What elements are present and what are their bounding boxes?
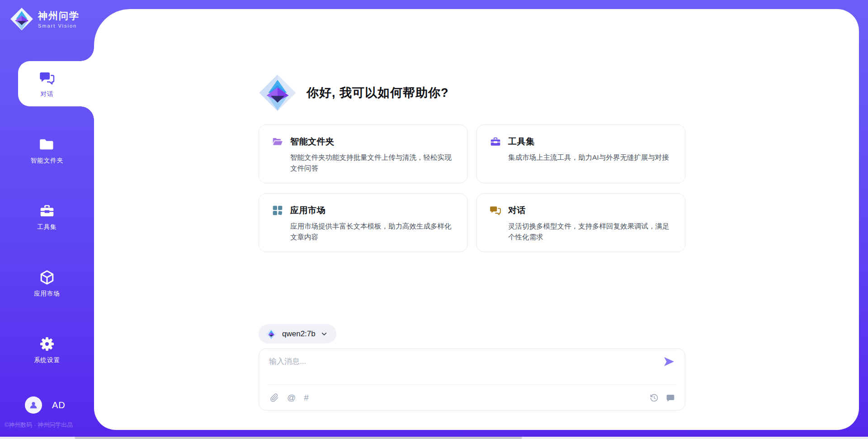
gear-icon xyxy=(39,336,55,352)
tab-fillet-bottom xyxy=(80,106,94,120)
model-selector[interactable]: qwen2:7b xyxy=(259,324,336,344)
sidebar-item-app-market[interactable]: 应用市场 xyxy=(0,261,94,306)
user-name: AD xyxy=(52,400,66,410)
sidebar: 神州问学 Smart Vision 对话 智能文件夹 xyxy=(0,0,94,439)
folder-open-icon xyxy=(272,136,283,148)
attach-button[interactable] xyxy=(270,393,279,402)
sidebar-item-toolset[interactable]: 工具集 xyxy=(0,194,94,239)
mention-button[interactable]: @ xyxy=(287,393,296,403)
history-icon xyxy=(650,393,659,402)
tab-fillet-top xyxy=(80,48,94,61)
chat-icon xyxy=(39,70,55,86)
composer-divider xyxy=(268,384,676,385)
sidebar-item-label: 对话 xyxy=(41,90,54,98)
greeting-title: 你好, 我可以如何帮助你? xyxy=(307,85,449,101)
card-title: 工具集 xyxy=(508,136,535,148)
active-tab-background xyxy=(18,61,94,106)
card-toolset[interactable]: 工具集 集成市场上主流工具，助力AI与外界无缝扩展与对接 xyxy=(476,124,685,183)
brand-logo-icon xyxy=(10,7,33,31)
history-button[interactable] xyxy=(650,393,659,402)
scrollbar-thumb[interactable] xyxy=(75,437,522,439)
message-composer: @ # xyxy=(259,348,685,410)
paperclip-icon xyxy=(270,393,279,402)
avatar xyxy=(25,396,42,414)
horizontal-scrollbar[interactable] xyxy=(0,437,868,439)
hashtag-button[interactable]: # xyxy=(304,393,309,403)
card-title: 对话 xyxy=(508,205,526,216)
send-icon xyxy=(663,355,675,368)
brand-subtitle: Smart Vision xyxy=(38,23,80,29)
toolbox-icon xyxy=(490,136,501,148)
chat-icon xyxy=(490,205,501,216)
chevron-down-icon xyxy=(321,331,327,337)
sidebar-item-smart-folder[interactable]: 智能文件夹 xyxy=(0,128,94,173)
copyright-text: ©神州数码 · 神州问学出品 xyxy=(5,421,73,429)
folder-icon xyxy=(39,136,55,153)
chat-bubble-icon xyxy=(666,393,675,402)
card-chat[interactable]: 对话 灵活切换多模型文件，支持多样回复效果调试，满足个性化需求 xyxy=(476,193,685,252)
greeting-block: 你好, 我可以如何帮助你? xyxy=(259,74,449,112)
card-description: 灵活切换多模型文件，支持多样回复效果调试，满足个性化需求 xyxy=(508,221,673,243)
model-name: qwen2:7b xyxy=(282,329,316,339)
toolbox-icon xyxy=(39,203,55,219)
sidebar-nav: 对话 智能文件夹 工具集 应用市场 xyxy=(0,61,94,394)
sidebar-item-label: 工具集 xyxy=(37,223,57,231)
sidebar-item-chat[interactable]: 对话 xyxy=(0,61,94,106)
card-description: 智能文件夹功能支持批量文件上传与清洗，轻松实现文件问答 xyxy=(290,152,455,174)
main-panel: 你好, 我可以如何帮助你? 智能文件夹 智能文件夹功能支持批量文件上传与清洗，轻… xyxy=(94,9,859,430)
card-smart-folder[interactable]: 智能文件夹 智能文件夹功能支持批量文件上传与清洗，轻松实现文件问答 xyxy=(259,124,467,183)
sidebar-item-label: 智能文件夹 xyxy=(31,157,64,165)
card-title: 智能文件夹 xyxy=(290,136,335,148)
sidebar-item-label: 应用市场 xyxy=(34,290,60,298)
brand-name: 神州问学 xyxy=(38,10,80,22)
grid-icon xyxy=(272,205,283,216)
sidebar-item-label: 系统设置 xyxy=(34,356,60,364)
card-description: 集成市场上主流工具，助力AI与外界无缝扩展与对接 xyxy=(508,152,673,163)
sidebar-item-settings[interactable]: 系统设置 xyxy=(0,327,94,372)
feature-cards: 智能文件夹 智能文件夹功能支持批量文件上传与清洗，轻松实现文件问答 工具集 集成… xyxy=(259,124,685,252)
app-logo-icon xyxy=(259,74,297,112)
send-button[interactable] xyxy=(662,355,676,369)
chat-history-button[interactable] xyxy=(666,393,675,402)
message-input[interactable] xyxy=(269,357,658,366)
model-logo-icon xyxy=(266,329,277,339)
card-app-market[interactable]: 应用市场 应用市场提供丰富长文本模板，助力高效生成多样化文章内容 xyxy=(259,193,467,252)
card-title: 应用市场 xyxy=(290,205,326,216)
brand-block: 神州问学 Smart Vision xyxy=(10,7,80,31)
person-icon xyxy=(28,400,38,410)
card-description: 应用市场提供丰富长文本模板，助力高效生成多样化文章内容 xyxy=(290,221,455,243)
cube-icon xyxy=(39,269,55,286)
user-account[interactable]: AD xyxy=(25,396,66,414)
